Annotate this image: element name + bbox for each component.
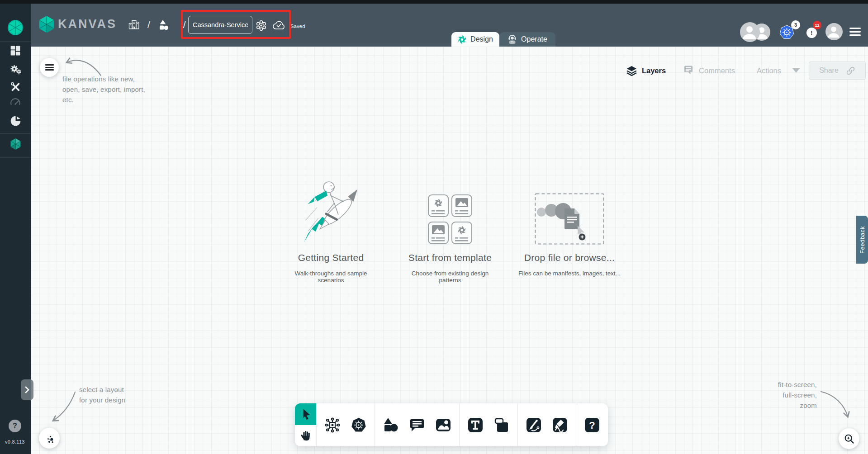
organization-icon[interactable] [128,19,140,31]
text-icon [467,416,484,434]
sidebar-item-kanvas[interactable] [0,137,31,151]
tool-comment[interactable] [408,416,426,434]
version-label: v0.8.113 [5,439,25,445]
share-button[interactable]: Share [809,61,866,80]
sidebar-divider [0,41,31,42]
getting-started-card[interactable]: Getting Started Walk-throughs and sample… [282,177,379,284]
drawing-tools [518,403,576,446]
collaborator-avatars[interactable] [740,22,772,42]
gauge-icon [9,96,21,107]
breadcrumb-separator: / [183,19,186,30]
zoom-annotation: fit-to-screen, full-screen, zoom [754,379,817,411]
layers-label: Layers [642,66,666,75]
sidebar-item-lifecycle[interactable] [0,63,31,75]
tool-draw[interactable] [551,416,569,434]
tool-note[interactable] [493,416,511,434]
menu-icon [45,64,54,71]
templates-illustration [427,177,473,245]
drop-file-card[interactable]: Drop file or browse... Files can be mani… [515,177,624,277]
mesh-cluster-icon[interactable] [256,20,267,31]
drop-file-illustration [535,177,604,245]
sidebar-divider [0,133,31,134]
actions-dropdown[interactable]: Actions [757,66,800,75]
comment-icon [408,416,426,434]
operator-icon [508,34,517,44]
actions-label: Actions [757,66,781,75]
question-icon: ? [583,416,601,434]
notification-count-badge: 11 [813,21,821,29]
comments-button[interactable]: Comments [683,65,735,76]
share-label: Share [819,66,839,75]
workspace-shapes-icon[interactable] [157,19,169,31]
card-title[interactable]: Start from template [408,252,492,263]
layers-button[interactable]: Layers [626,66,666,76]
gears-icon [9,63,22,75]
notifications-button[interactable]: ! 11 [805,22,819,42]
pointer-tools [295,403,316,446]
kubernetes-icon [350,416,367,434]
tool-help[interactable]: ? [583,416,601,434]
card-title[interactable]: Getting Started [298,252,364,263]
tool-shapes[interactable] [382,416,400,434]
cloud-saved-icon[interactable] [272,19,285,31]
card-subtitle: Choose from existing design patterns [400,270,500,284]
card-title[interactable]: Drop file or browse... [524,252,615,263]
layout-select-button[interactable] [39,428,60,449]
crossed-tools-icon [9,81,21,93]
cursor-icon [300,408,312,421]
kanvas-icon [9,137,22,151]
text-tools [460,403,517,446]
shapes-icon [382,416,399,434]
rocket-illustration [302,177,360,245]
app-wordmark: KANVAS [58,17,117,31]
profile-avatar[interactable] [825,23,843,40]
help-glyph: ? [13,422,17,430]
sidebar-expand-button[interactable] [21,379,33,400]
cluster-layout-icon [43,431,56,445]
kanvas-logo-icon[interactable] [37,15,56,35]
tool-kubernetes[interactable] [350,416,368,434]
design-name-input[interactable] [188,16,252,34]
kanvas-app: ? v0.8.113 KANVAS [0,0,868,454]
card-subtitle: Files can be manifests, images, text... [518,270,621,277]
sidebar-item-extensions[interactable] [0,115,31,127]
tool-component[interactable] [323,416,342,434]
tab-operate[interactable]: Operate [499,32,555,47]
tool-text[interactable] [466,416,484,434]
sidebar-item-dashboard[interactable] [0,45,31,57]
zoom-in-icon [843,432,855,445]
collaborator-avatar[interactable] [740,22,760,42]
help-button[interactable]: ? [9,420,21,432]
circuit-icon [324,416,341,434]
kubernetes-context-button[interactable]: 3 [778,22,798,42]
comments-label: Comments [699,66,735,75]
feedback-tab[interactable]: Feedback [856,216,868,264]
saved-status: Saved [290,24,305,29]
design-canvas[interactable]: file operations like new, open, save, ex… [31,47,868,454]
help-tools: ? [576,403,608,446]
image-icon [435,416,452,434]
file-menu-button[interactable] [40,58,59,77]
sidebar-item-configuration[interactable] [0,81,31,93]
tool-pen[interactable] [525,416,543,434]
header-right-cluster: 3 ! 11 [740,19,861,44]
layers-icon [626,66,637,76]
svg-text:?: ? [589,420,595,431]
note-icon [493,416,510,434]
tool-pan[interactable] [295,425,316,447]
mode-tabs: Design Operate [451,32,555,47]
file-operations-annotation: file operations like new, open, save, ex… [62,74,145,105]
header: KANVAS / / [31,4,868,47]
start-from-template-card[interactable]: Start from template Choose from existing… [400,177,500,284]
annotation-tools [375,403,459,446]
tool-media[interactable] [434,416,452,434]
zoom-controls-button[interactable] [839,428,859,449]
meshery-logo-icon[interactable] [7,19,24,36]
hand-icon [300,430,311,441]
sidebar-item-performance[interactable] [0,96,31,107]
chevron-down-icon [792,68,800,73]
tab-design[interactable]: Design [451,32,499,47]
tool-select[interactable] [295,403,316,425]
pencil-icon [551,416,569,434]
header-menu-button[interactable] [849,28,861,36]
